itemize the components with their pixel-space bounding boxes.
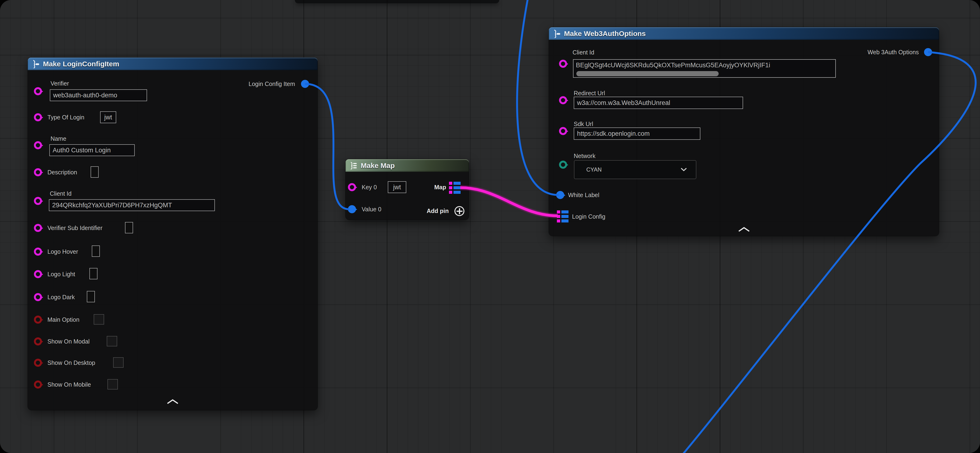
type-of-login-input[interactable]: jwt — [100, 111, 116, 123]
name-input[interactable]: Auth0 Custom Login — [49, 144, 135, 156]
row-label: White Label — [568, 192, 599, 198]
row-label: Show On Modal — [48, 338, 90, 345]
row-label: Description — [48, 169, 77, 176]
row-label: Type Of Login — [48, 114, 84, 121]
verifier-input[interactable]: web3auth-auth0-demo — [50, 89, 147, 101]
row-label: Verifier — [51, 80, 69, 87]
logo-hover-input[interactable] — [92, 246, 100, 257]
input-pin-client-id[interactable] — [559, 60, 567, 68]
blueprint-graph-canvas[interactable]: Make LoginConfigItem Login Config Item V… — [0, 0, 980, 453]
network-dropdown[interactable]: CYAN — [574, 160, 696, 179]
main-option-checkbox[interactable] — [94, 314, 104, 325]
input-pin-redirect-url[interactable] — [559, 96, 567, 104]
show-on-desktop-checkbox[interactable] — [113, 357, 124, 368]
output-pin-label: Map — [434, 184, 446, 191]
blueprint-graph-screenshot: Make LoginConfigItem Login Config Item V… — [0, 0, 980, 453]
node-make-map[interactable]: Make Map Key 0 jwt Map Value 0 Add pin — [345, 159, 469, 220]
logo-light-input[interactable] — [89, 268, 97, 279]
input-pin-logo-light[interactable] — [34, 270, 42, 278]
input-pin-name[interactable] — [34, 141, 42, 149]
input-pin-logo-dark[interactable] — [34, 293, 42, 301]
add-pin-button[interactable] — [454, 206, 465, 216]
row-label: Value 0 — [362, 206, 381, 213]
node-make-web3auth-options[interactable]: Make Web3AuthOptions Web 3Auth Options C… — [549, 27, 939, 236]
verifier-sub-identifier-input[interactable] — [125, 222, 133, 233]
node-title: Make LoginConfigItem — [43, 57, 119, 70]
show-on-modal-checkbox[interactable] — [107, 336, 117, 346]
description-input[interactable] — [91, 166, 99, 178]
input-pin-white-label[interactable] — [556, 191, 564, 199]
input-pin-show-on-modal[interactable] — [34, 337, 42, 345]
node-header-make-login-config-item[interactable]: Make LoginConfigItem — [28, 57, 318, 70]
client-id-scrollbar[interactable] — [576, 71, 719, 76]
logo-dark-input[interactable] — [87, 291, 95, 302]
collapse-node-chevron-icon[interactable] — [166, 398, 179, 405]
input-pin-main-option[interactable] — [34, 315, 42, 324]
row-label: Login Config — [572, 213, 605, 220]
row-label: Show On Desktop — [48, 359, 95, 366]
input-pin-verifier-sub-identifier[interactable] — [34, 224, 42, 232]
output-pin-login-config-item[interactable] — [301, 80, 309, 88]
make-struct-icon — [32, 60, 40, 68]
collapse-node-chevron-icon[interactable] — [737, 226, 751, 233]
row-label: Logo Light — [48, 271, 75, 278]
row-label: Logo Hover — [48, 248, 78, 255]
output-pin-label: Login Config Item — [248, 80, 295, 87]
output-pin-map[interactable] — [449, 182, 461, 194]
input-pin-show-on-mobile[interactable] — [34, 380, 42, 388]
row-label: Network — [574, 152, 595, 160]
make-map-icon — [349, 162, 358, 170]
input-pin-verifier[interactable] — [34, 87, 42, 95]
wire-map-to-login-config — [460, 188, 558, 216]
make-struct-icon — [553, 29, 561, 38]
input-pin-show-on-desktop[interactable] — [34, 359, 42, 367]
output-pin-label: Web 3Auth Options — [867, 49, 919, 56]
redirect-url-input[interactable]: w3a://com.w3a.Web3AuthUnreal — [574, 97, 743, 109]
client-id-input[interactable]: 294QRkchfq2YaXUbPri7D6PH7xzHgQMT — [49, 199, 215, 211]
sdk-url-input[interactable]: https://sdk.openlogin.com — [574, 127, 700, 140]
add-pin-label: Add pin — [427, 207, 449, 214]
input-pin-client-id[interactable] — [34, 197, 42, 205]
output-pin-web3auth-options[interactable] — [924, 48, 932, 56]
row-label: Sdk Url — [574, 120, 593, 127]
row-label: Client Id — [573, 49, 594, 56]
show-on-mobile-checkbox[interactable] — [107, 379, 118, 390]
input-pin-key-0[interactable] — [348, 183, 356, 191]
input-pin-value-0[interactable] — [348, 205, 356, 213]
row-label: Logo Dark — [48, 293, 75, 301]
row-label: Redirect Url — [574, 90, 605, 97]
key-0-input[interactable]: jwt — [388, 181, 406, 193]
row-label: Show On Mobile — [48, 381, 91, 388]
input-pin-network[interactable] — [559, 161, 567, 169]
node-make-login-config-item[interactable]: Make LoginConfigItem Login Config Item V… — [28, 57, 318, 410]
input-pin-type-of-login[interactable] — [34, 113, 42, 121]
node-header-make-web3auth-options[interactable]: Make Web3AuthOptions — [549, 27, 939, 40]
client-id-input[interactable]: BEglQSgt4cUWcj6SKRdu5QkOXTsePmMcusG5EAoy… — [573, 59, 836, 78]
wire-map-to-login-config-glow — [460, 188, 558, 216]
input-pin-login-config[interactable] — [557, 211, 568, 222]
input-pin-description[interactable] — [34, 168, 42, 176]
node-title: Make Web3AuthOptions — [564, 27, 646, 40]
row-label: Key 0 — [362, 184, 377, 191]
offscreen-node-edge — [295, 0, 499, 3]
input-pin-sdk-url[interactable] — [559, 127, 567, 135]
node-header-make-map[interactable]: Make Map — [345, 159, 469, 172]
chevron-down-icon — [680, 167, 687, 171]
node-title: Make Map — [361, 159, 395, 172]
input-pin-logo-hover[interactable] — [34, 247, 42, 256]
row-label: Client Id — [50, 190, 72, 197]
row-label: Name — [51, 135, 67, 142]
row-label: Main Option — [48, 316, 80, 323]
row-label: Verifier Sub Identifier — [48, 224, 102, 231]
